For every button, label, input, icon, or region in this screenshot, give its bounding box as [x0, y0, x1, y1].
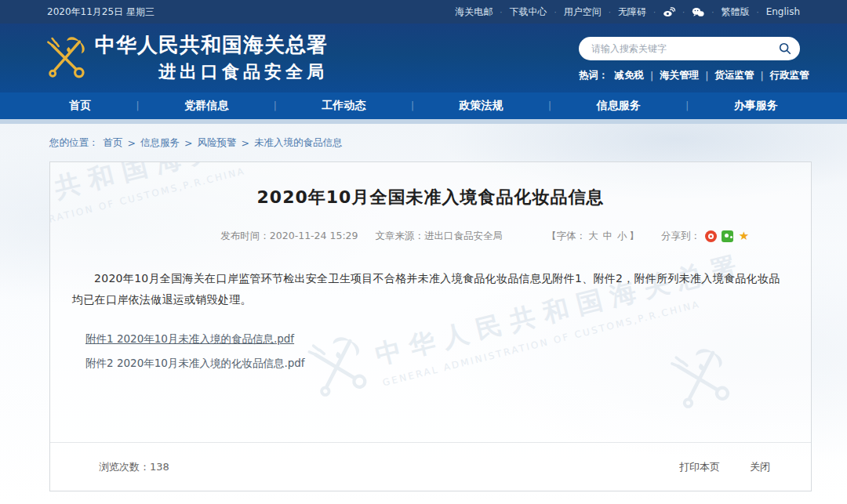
topbar-link-download-center[interactable]: 下载中心 — [510, 5, 547, 19]
font-size-label-close: 】 — [630, 230, 640, 241]
nav-separator: | — [274, 100, 277, 111]
hotword-customs-management[interactable]: 海关管理 — [660, 69, 699, 82]
nav-home[interactable]: 首页 — [61, 99, 99, 113]
article-title: 2020年10月全国未准入境食品化妆品信息 — [50, 186, 811, 209]
share-weibo-icon[interactable] — [705, 230, 717, 242]
article-panel: 中华人民共和国海关总署 GENERAL ADMINISTRATION OF CU… — [49, 161, 812, 491]
article-body: 2020年10月全国海关在口岸监管环节检出安全卫生项目不合格并未准入境食品化妆品… — [72, 268, 789, 311]
topbar-separator: · — [711, 8, 714, 16]
print-page-button[interactable]: 打印本页 — [679, 460, 720, 474]
hotword-tax-reduction[interactable]: 减免税 — [615, 69, 645, 82]
article-source-value: 进出口食品安全局 — [424, 230, 503, 241]
nav-separator: | — [685, 100, 689, 111]
topbar-separator: · — [554, 8, 557, 16]
content-area: 您的位置： 首页 > 信息服务 > 风险预警 > 未准入境的食品信息 中华人民共… — [0, 124, 847, 504]
article-source: 文章来源：进出口食品安全局 — [376, 230, 503, 243]
font-size-medium[interactable]: 中 — [603, 230, 613, 241]
topbar: 2020年11月25日 星期三 海关电邮 · 下载中心 · 用户空间 · 无障碍… — [0, 0, 847, 24]
search-box[interactable] — [579, 37, 800, 60]
view-count: 浏览次数：138 — [99, 460, 169, 474]
nav-separator: | — [548, 100, 551, 111]
topbar-link-accessibility[interactable]: 无障碍 — [618, 5, 646, 19]
site-brand: 中华人民共和国海关总署 进出口食品安全局 — [43, 31, 328, 84]
topbar-date: 2020年11月25日 星期三 — [47, 5, 154, 19]
font-size-large[interactable]: 大 — [588, 230, 598, 241]
wechat-icon[interactable] — [692, 7, 704, 17]
share-label: 分享到： — [661, 230, 700, 243]
breadcrumb-separator: > — [241, 137, 249, 149]
topbar-link-user-space[interactable]: 用户空间 — [564, 5, 602, 19]
hotwords-bar: 热词： 减免税 | 海关管理 | 货运监管 | 行政监管 — [579, 69, 800, 82]
nav-service-hall[interactable]: 办事服务 — [726, 99, 786, 113]
customs-emblem-icon — [43, 34, 89, 82]
weibo-icon[interactable] — [663, 7, 675, 17]
breadcrumb-label: 您的位置： — [49, 136, 99, 150]
hotword-separator: | — [760, 70, 763, 82]
topbar-link-customs-mail[interactable]: 海关电邮 — [455, 5, 493, 19]
site-title-line2: 进出口食品安全局 — [95, 59, 328, 84]
publish-time-value: 2020-11-24 15:29 — [270, 230, 358, 241]
nav-policies-regulations[interactable]: 政策法规 — [452, 99, 511, 113]
nav-separator: | — [136, 100, 140, 111]
article-source-label: 文章来源： — [376, 230, 425, 241]
view-count-value: 138 — [150, 461, 169, 473]
hotword-cargo-supervision[interactable]: 货运监管 — [714, 69, 754, 82]
breadcrumb-separator: > — [184, 137, 192, 149]
font-size-label-open: 【字体： — [547, 230, 586, 241]
nav-party-info[interactable]: 党群信息 — [176, 99, 236, 113]
article-meta: 发布时间：2020-11-24 15:29 文章来源：进出口食品安全局 【字体：… — [50, 230, 811, 243]
search-input[interactable] — [591, 43, 778, 54]
topbar-separator: · — [682, 8, 685, 16]
search-icon[interactable] — [778, 42, 792, 56]
topbar-link-traditional-chinese[interactable]: 繁體版 — [721, 5, 749, 19]
view-count-label: 浏览次数： — [99, 461, 150, 473]
share-favorite-star-icon[interactable]: ★ — [738, 230, 750, 242]
attachment-list: 附件1 2020年10月未准入境的食品信息.pdf 附件2 2020年10月未准… — [85, 327, 811, 375]
site-header: 中华人民共和国海关总署 进出口食品安全局 热词： 减免税 | 海关管理 | 货运… — [0, 24, 847, 92]
attachment-cosmetics-pdf-link[interactable]: 附件2 2020年10月未准入境的化妆品信息.pdf — [85, 351, 305, 375]
main-nav: 首页 | 党群信息 | 工作动态 | 政策法规 | 信息服务 | 办事服务 — [0, 92, 847, 119]
nav-work-trends[interactable]: 工作动态 — [314, 99, 373, 113]
topbar-separator: · — [756, 8, 758, 16]
font-size-control: 【字体：大中小】 — [547, 230, 639, 243]
topbar-links: 海关电邮 · 下载中心 · 用户空间 · 无障碍 · · · — [455, 5, 800, 19]
search-area: 热词： 减免税 | 海关管理 | 货运监管 | 行政监管 — [579, 37, 800, 82]
site-title-line1: 中华人民共和国海关总署 — [95, 31, 328, 59]
share-wechat-icon[interactable] — [722, 230, 733, 242]
breadcrumb-separator: > — [128, 137, 136, 149]
topbar-separator: · — [653, 8, 656, 16]
hotword-separator: | — [705, 70, 708, 82]
breadcrumb-information-service[interactable]: 信息服务 — [140, 136, 180, 150]
topbar-separator: · — [609, 8, 611, 16]
hotword-administrative-supervision[interactable]: 行政监管 — [770, 69, 809, 82]
font-size-small[interactable]: 小 — [617, 230, 627, 241]
nav-separator: | — [411, 100, 414, 111]
breadcrumb-denied-food-info[interactable]: 未准入境的食品信息 — [254, 136, 343, 150]
hotwords-label: 热词： — [579, 69, 609, 82]
attachment-food-pdf-link[interactable]: 附件1 2020年10月未准入境的食品信息.pdf — [85, 327, 294, 351]
breadcrumb-home[interactable]: 首页 — [104, 136, 123, 150]
publish-time-label: 发布时间： — [220, 230, 270, 241]
topbar-separator: · — [500, 8, 502, 16]
article-footer: 浏览次数：138 打印本页 关闭 — [50, 442, 811, 491]
share-bar: 分享到： ★ — [661, 230, 750, 243]
breadcrumb-risk-warning[interactable]: 风险预警 — [197, 136, 236, 150]
close-page-button[interactable]: 关闭 — [750, 460, 770, 474]
hotword-separator: | — [650, 70, 653, 82]
topbar-link-english[interactable]: English — [766, 6, 800, 17]
nav-information-service[interactable]: 信息服务 — [589, 99, 649, 113]
publish-time: 发布时间：2020-11-24 15:29 — [220, 230, 358, 243]
breadcrumb: 您的位置： 首页 > 信息服务 > 风险预警 > 未准入境的食品信息 — [0, 124, 847, 150]
